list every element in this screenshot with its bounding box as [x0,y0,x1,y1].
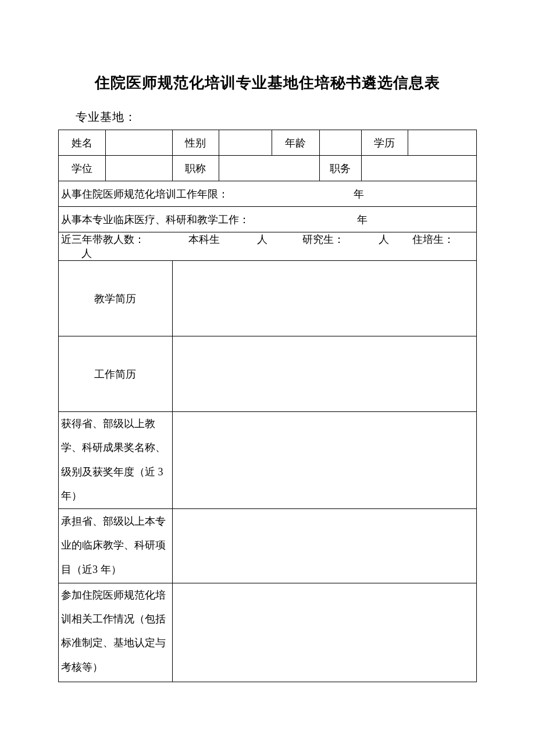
value-protitle[interactable] [219,156,320,181]
value-age[interactable] [319,130,361,156]
value-education[interactable] [408,130,477,156]
label-gender: 性别 [172,130,219,156]
cell-teach-count[interactable]: 近三年带教人数： 本科生 人 研究生： 人 住培生： 人 [59,232,477,261]
label-education: 学历 [361,130,408,156]
form-page: 住院医师规范化培训专业基地住培秘书遴选信息表 专业基地： 姓名 性别 年龄 学历… [0,0,535,682]
row-projects: 承担省、部级以上本专业的临床教学、科研项目（近3 年） [59,508,477,583]
row-awards: 获得省、部级以上教学、科研成果奖名称、级别及获奖年度（近 3 年） [59,412,477,509]
value-name[interactable] [106,130,172,156]
cell-clinical-years[interactable]: 从事本专业临床医疗、科研和教学工作： 年 [59,207,477,232]
value-projects[interactable] [172,508,476,583]
label-position: 职务 [319,156,361,181]
info-table: 姓名 性别 年龄 学历 学位 职称 职务 从事住院医师规范化培训工作年限： 年 [58,130,477,682]
label-protitle: 职称 [172,156,219,181]
value-gender[interactable] [219,130,272,156]
row-teach-resume: 教学简历 [59,261,477,336]
unit-trainee: 人 [81,246,92,260]
unit-grad: 人 [379,232,389,246]
unit-undergrad: 人 [257,232,268,246]
value-position[interactable] [361,156,477,181]
label-work-resume: 工作简历 [59,336,173,412]
label-teach-count: 近三年带教人数： [61,232,145,246]
row-participation: 参加住院医师规范化培训相关工作情况（包括标准制定、基地认定与考核等） [59,583,477,682]
label-trainee: 住培生： [412,232,454,246]
label-name: 姓名 [59,130,106,156]
label-projects: 承担省、部级以上本专业的临床教学、科研项目（近3 年） [59,508,173,583]
value-teach-resume[interactable] [172,261,476,336]
label-grad: 研究生： [302,232,344,246]
cell-train-years[interactable]: 从事住院医师规范化培训工作年限： 年 [59,181,477,207]
base-label: 专业基地： [58,109,477,125]
label-clinical-years: 从事本专业临床医疗、科研和教学工作： [61,213,249,227]
row-basic-1: 姓名 性别 年龄 学历 [59,130,477,156]
value-degree[interactable] [106,156,172,181]
value-participation[interactable] [172,583,476,682]
row-clinical-years: 从事本专业临床医疗、科研和教学工作： 年 [59,207,477,232]
row-work-resume: 工作简历 [59,336,477,412]
row-teach-count: 近三年带教人数： 本科生 人 研究生： 人 住培生： 人 [59,232,477,261]
label-awards: 获得省、部级以上教学、科研成果奖名称、级别及获奖年度（近 3 年） [59,412,173,509]
label-degree: 学位 [59,156,106,181]
year-unit-2: 年 [357,213,368,227]
value-work-resume[interactable] [172,336,476,412]
label-age: 年龄 [272,130,319,156]
label-participation: 参加住院医师规范化培训相关工作情况（包括标准制定、基地认定与考核等） [59,583,173,682]
label-teach-resume: 教学简历 [59,261,173,336]
year-unit-1: 年 [354,187,364,201]
value-awards[interactable] [172,412,476,509]
page-title: 住院医师规范化培训专业基地住培秘书遴选信息表 [58,73,477,93]
label-undergrad: 本科生 [188,232,220,246]
row-train-years: 从事住院医师规范化培训工作年限： 年 [59,181,477,207]
label-train-years: 从事住院医师规范化培训工作年限： [61,187,229,201]
row-basic-2: 学位 职称 职务 [59,156,477,181]
